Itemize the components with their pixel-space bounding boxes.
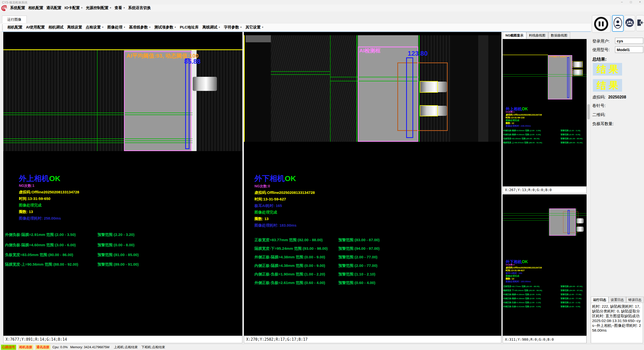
measurement-row: 外侧正极-负极=2.61mm 范围:(0.60 - 4.00) — [254, 281, 325, 285]
mini-roi-yellow — [572, 69, 583, 76]
loop-count-text: 圈数: 13 — [254, 217, 269, 221]
mini-ng-count: NG次数:1 — [506, 111, 514, 113]
result-box-lower: 结果 — [593, 79, 622, 92]
left-camera-view[interactable]: AI平均阈值:93, 动态阈值:100 85.88 外上相机OK NG次数:1 … — [3, 32, 242, 336]
metal-tab — [193, 77, 217, 91]
tab-material-curve[interactable]: 料线曲线图 — [526, 32, 548, 39]
toolbar-item-other-settings[interactable]: 其它设置▼ — [244, 24, 266, 30]
total-result-label: 总结果: — [592, 56, 607, 62]
photo-left-dark — [3, 50, 124, 151]
toolbar-item-char-params[interactable]: 字符参数▼ — [222, 24, 244, 30]
menu-item-io-card-config[interactable]: IO卡配置▼ — [63, 5, 84, 11]
menu-item-view[interactable]: 查看▼ — [113, 5, 127, 11]
mini-measure-warn: 预警范围:(2.00 - 77.00) — [561, 293, 582, 296]
mini-measure-row: 内侧正极-负极=1.90mm 范围:(1.00 - 2.20) — [503, 301, 541, 304]
mini-green-h — [503, 74, 587, 75]
photo-seam — [58, 50, 58, 151]
login-user-button[interactable] — [612, 15, 624, 32]
tab-run-log[interactable]: 运行日志 — [591, 297, 608, 303]
qr-code-label: 二维码: — [592, 112, 605, 118]
upper-camera-status-text: 上相机:点检结束 — [114, 345, 138, 349]
app-window: CYS-视觉检测系统 – □ × 系统配置 相机配置 通讯配置 IO卡配置▼ 光… — [0, 0, 644, 350]
tab-run-image[interactable]: 运行图像 — [2, 16, 27, 23]
scrollbar-thumb[interactable] — [587, 104, 590, 119]
minimize-icon[interactable]: – — [618, 0, 626, 4]
ng-thumbnail-lower[interactable]: 外下相机OK NG次数:0 虚拟码:Offline202502081331347… — [503, 194, 587, 336]
left-camera-coords-bar: X:7677;Y:891;R:14;G:14;B:14 — [3, 336, 242, 343]
maximize-icon[interactable]: □ — [627, 0, 635, 4]
mini-elapsed: 图像处理耗时: 246.00ms — [506, 124, 531, 128]
toolbar-item-ai-use-config[interactable]: AI使用配置 — [24, 24, 47, 30]
measurement-row: 内侧正极-负极=1.90mm 范围:(1.00 - 2.20) — [254, 272, 325, 277]
model-field[interactable]: Model1 — [615, 46, 643, 53]
tab-ng-screenshot[interactable]: NG截图显示 — [503, 32, 526, 39]
mini-measure-warn: 预警范围:(94.00 - 97.00) — [561, 289, 583, 292]
chevron-down-icon: ▼ — [149, 26, 151, 28]
exit-button[interactable] — [636, 15, 644, 31]
baseline-green-v — [97, 50, 98, 151]
toolbar-item-camera-debug[interactable]: 相机调试 — [47, 24, 65, 30]
mini-roi-blue — [567, 57, 569, 98]
mini-measure-row: 隔膜宽度-下=95.24mm 范围:(93.00 - 98.00) — [503, 289, 542, 292]
cpu-usage-text: Cpu: 0.0% — [52, 345, 68, 349]
roi-yellow-box — [420, 105, 438, 116]
chevron-down-icon: ▼ — [174, 26, 176, 28]
virtual-code-label: 虚拟码: — [592, 95, 605, 99]
user-group-button[interactable] — [624, 15, 635, 31]
toolbar-item-test-item-params[interactable]: 测试项参数▼ — [153, 24, 178, 30]
mini-ng-count: NG次数:0 — [506, 263, 514, 266]
measurement-warn: 预警范围:(2.00 - 77.00) — [338, 263, 377, 268]
toolbar-item-camera-config[interactable]: 相机配置 — [6, 24, 24, 30]
baseline-green-v2 — [357, 35, 357, 142]
menu-item-system-config[interactable]: 系统配置 — [9, 5, 27, 11]
mini-result-badge: OK — [522, 260, 528, 264]
ng-thumbnail-upper[interactable]: AI平均阈值:93, 动态阈值:100 外上相机OK NG次数:1 虚拟码:Of… — [503, 39, 587, 186]
roi-blue-box — [185, 58, 189, 149]
process-done-text: 图像处理完成 — [19, 203, 42, 208]
roi-pink-box — [124, 51, 191, 151]
model-label: 使用型号: — [592, 47, 609, 53]
mini-green-v — [549, 208, 549, 236]
toolbar-item-plc-address-lib[interactable]: PLC地址库 — [178, 24, 201, 30]
login-user-field[interactable]: cys — [615, 38, 643, 44]
measure-value-text: 123.80 — [408, 50, 428, 57]
right-camera-coords-bar: X:270;Y:2502;R:17;G:17;B:17 — [244, 336, 501, 343]
toolbar-item-offline-debug[interactable]: 离线调试▼ — [201, 24, 222, 30]
menu-item-language-switch[interactable]: 系统语言切换 — [127, 5, 152, 11]
menu-item-camera-config[interactable]: 相机配置 — [27, 5, 45, 11]
mini-measure-warn: 预警范围:(89.00 - 91.00) — [561, 141, 583, 144]
mini-measure-warn: 预警范围:(1.10 - 2.10) — [561, 301, 580, 304]
right-camera-view[interactable]: AI检测框 123.80 外下相机OK NG次数:0 虚拟码:Offline20… — [244, 32, 501, 336]
right-info-panel: 登录用户: cys 使用型号: Model1 总结果: 结果 结果 虚拟码: 2… — [591, 12, 644, 350]
result-badge: OK — [49, 174, 60, 183]
mini-green-h — [503, 213, 587, 214]
log-content[interactable]: 耗时: 222, 缺陷检测耗时: 17, 缺陷分类耗时: 0, 缺陷提取分区耗时… — [591, 303, 643, 343]
mini-measure-warn: 预警范围:(0.60 - 4.00) — [561, 305, 580, 308]
exit-icon — [636, 19, 644, 27]
virtual-code-row: 虚拟码: 20250208 — [592, 95, 626, 100]
measure-value-text: 85.88 — [184, 58, 201, 65]
toolbar-item-spot-check-settings[interactable]: 点检设置▼ — [84, 24, 106, 30]
mini-measure-warn: 预警范围:(0.00 - 8.00) — [561, 133, 580, 136]
mini-metal-tab — [576, 227, 584, 232]
toolbar-grip[interactable] — [2, 25, 3, 30]
menu-item-light-control-config[interactable]: 光源控制配置▼ — [84, 5, 113, 11]
tab-settings-log[interactable]: 设置日志 — [608, 297, 626, 303]
virtual-code-text: 虚拟码:Offline20250208133134728 — [19, 190, 79, 195]
chevron-down-icon: ▼ — [218, 26, 220, 28]
measurement-warn: 预警范围:(0.60 - 4.00) — [338, 281, 375, 285]
pause-button[interactable] — [592, 15, 610, 33]
menu-item-comm-config[interactable]: 通讯配置 — [45, 5, 63, 11]
toolbar-item-image-processing[interactable]: 图像处理▼ — [106, 24, 127, 30]
toolbar-item-offline-settings[interactable]: 离线设置 — [65, 24, 84, 30]
virtual-code-text: 虚拟码:Offline20250208133134728 — [254, 190, 315, 195]
tab-data-curve[interactable]: 数据曲线图 — [548, 32, 570, 39]
camera-name: 外下相机 — [254, 174, 285, 183]
toolbar-item-baseline-params[interactable]: 基准线参数▼ — [127, 24, 153, 30]
ng-upper-coords-bar: X:267;Y:13;R:0;G:0;B:0 — [503, 186, 587, 193]
close-icon[interactable]: × — [636, 0, 644, 4]
status-bar: 心跳信号 相机连接 通讯连接 Cpu: 0.0% Memory: 3424.41… — [0, 344, 644, 350]
sidebar-scrollbar[interactable] — [587, 39, 591, 343]
tab-error-log[interactable]: 错误日志 — [626, 297, 644, 303]
mini-measure-row: 内侧正极-隔膜=4.38mm 范围:(0.00 - 9.00) — [503, 297, 541, 300]
